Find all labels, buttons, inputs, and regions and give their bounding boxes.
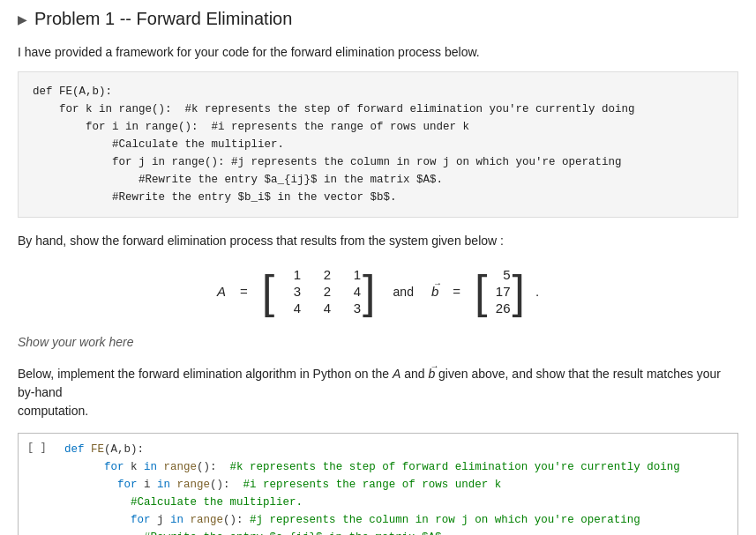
and-text: and xyxy=(393,285,414,299)
matrix-cell: 2 xyxy=(306,284,331,299)
problem-header: ▶ Problem 1 -- Forward Elimination xyxy=(18,9,738,29)
matrix-cell: 3 xyxy=(336,301,361,316)
below-b-label: b→ xyxy=(428,365,435,383)
below-text-2: and xyxy=(404,367,424,381)
below-text: Below, implement the forward elimination… xyxy=(18,365,738,420)
matrix-cell: 4 xyxy=(306,301,331,316)
intro-text: I have provided a framework for your cod… xyxy=(18,45,738,59)
bracket-right-A: ] xyxy=(363,269,375,315)
page-title: Problem 1 -- Forward Elimination xyxy=(34,9,292,29)
period: . xyxy=(535,284,539,299)
bracket-left-b: [ xyxy=(475,269,487,315)
matrix-cell: 4 xyxy=(276,301,301,316)
byhand-description: By hand, show the forward elimination pr… xyxy=(18,234,738,248)
matrix-display: A = [ 1 2 1 3 2 4 4 4 3 ] and b→ = [ 5 1… xyxy=(18,264,738,319)
matrix-cell: 1 xyxy=(336,267,361,282)
equals-sign-b: = xyxy=(453,284,460,299)
vector-b-grid: 5 17 26 xyxy=(487,264,512,319)
collapse-arrow-icon[interactable]: ▶ xyxy=(18,12,27,26)
bracket-left-A: [ xyxy=(262,269,274,315)
bracket-right-b: ] xyxy=(512,269,524,315)
vector-b-wrapper: [ 5 17 26 ] xyxy=(475,264,525,319)
matrix-cell: 1 xyxy=(276,267,301,282)
cell-code-content[interactable]: def FE(A,b): for k in range(): #k repres… xyxy=(64,441,729,535)
below-text-4: computation. xyxy=(18,404,88,418)
equals-sign-A: = xyxy=(240,284,248,299)
matrix-A-wrapper: [ 1 2 1 3 2 4 4 4 3 ] xyxy=(262,264,376,319)
matrix-cell: 2 xyxy=(306,267,331,282)
vector-cell: 17 xyxy=(489,284,510,299)
matrix-A-label: A xyxy=(217,284,226,299)
vector-cell: 5 xyxy=(489,267,510,282)
cell-input[interactable]: [ ] def FE(A,b): for k in range(): #k re… xyxy=(19,434,737,535)
below-A-label: A xyxy=(393,367,400,381)
show-work-label: Show your work here xyxy=(18,335,738,349)
matrix-cell: 3 xyxy=(276,284,301,299)
matrix-cell: 4 xyxy=(336,284,361,299)
below-text-1: Below, implement the forward elimination… xyxy=(18,367,389,381)
cell-marker: [ ] xyxy=(27,441,59,454)
b-vector-label: b→ xyxy=(431,284,438,299)
code-framework: def FE(A,b): for k in range(): #k repres… xyxy=(18,71,738,218)
notebook-cell: [ ] def FE(A,b): for k in range(): #k re… xyxy=(18,433,738,535)
matrix-A-grid: 1 2 1 3 2 4 4 4 3 xyxy=(274,264,363,319)
vector-cell: 26 xyxy=(489,301,510,316)
